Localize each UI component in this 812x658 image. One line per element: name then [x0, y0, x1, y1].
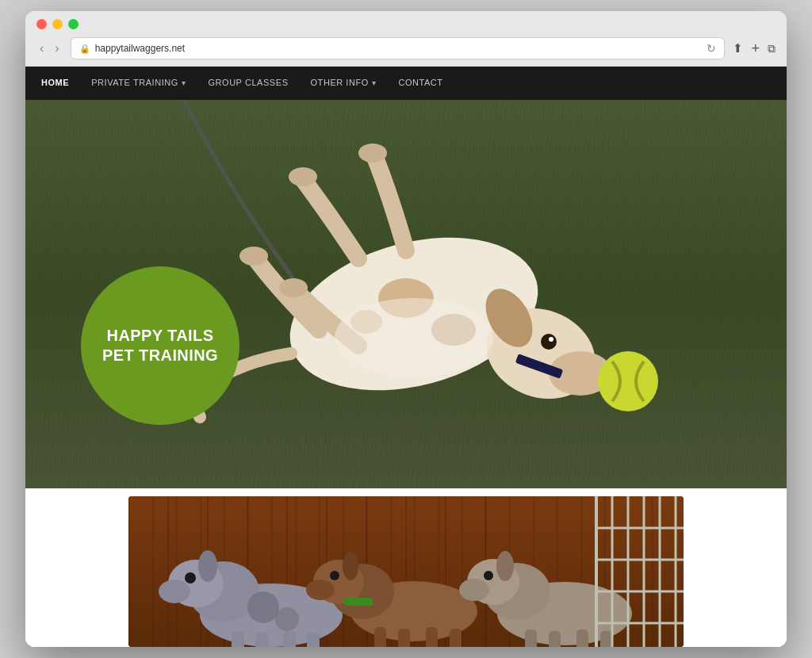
svg-rect-56 — [576, 629, 588, 647]
svg-rect-43 — [344, 598, 373, 606]
toolbar-actions: ⬆ + ⧉ — [733, 40, 776, 57]
svg-point-32 — [275, 607, 299, 631]
svg-rect-34 — [255, 633, 268, 647]
svg-point-52 — [484, 571, 493, 580]
svg-point-10 — [239, 247, 268, 266]
svg-point-9 — [358, 143, 387, 163]
svg-point-28 — [159, 580, 190, 603]
svg-point-30 — [198, 550, 217, 582]
chevron-down-icon: ▾ — [372, 78, 377, 87]
browser-toolbar: ‹ › 🔒 happytailwaggers.net ↻ ⬆ + ⧉ — [36, 37, 776, 66]
browser-chrome: ‹ › 🔒 happytailwaggers.net ↻ ⬆ + ⧉ — [25, 11, 787, 67]
nav-item-other-info[interactable]: OTHER INFO ▾ — [311, 67, 377, 100]
svg-point-29 — [185, 572, 196, 583]
dogs-illustration — [128, 496, 684, 647]
close-button[interactable] — [36, 19, 47, 29]
svg-rect-47 — [450, 629, 462, 647]
new-tab-button[interactable]: + — [751, 40, 760, 57]
svg-point-42 — [343, 552, 358, 580]
svg-rect-55 — [549, 631, 561, 647]
svg-point-51 — [459, 579, 489, 601]
chevron-down-icon: ▾ — [182, 78, 186, 87]
share-button[interactable]: ⬆ — [733, 41, 743, 55]
nav-buttons: ‹ › — [36, 40, 63, 57]
hero-badge-text-line1: HAPPY TAILS — [107, 326, 214, 346]
hero-badge: HAPPY TAILS PET TRAINING — [81, 266, 239, 425]
svg-point-4 — [549, 337, 553, 342]
nav-item-private-training[interactable]: PRIVATE TRAINING ▾ — [91, 67, 186, 100]
svg-point-8 — [289, 167, 317, 186]
hero-image: HAPPY TAILS PET TRAINING — [25, 100, 787, 488]
svg-point-15 — [335, 298, 493, 377]
url-text: happytailwaggers.net — [95, 43, 185, 54]
reload-button[interactable]: ↻ — [707, 42, 716, 55]
windows-button[interactable]: ⧉ — [768, 42, 776, 55]
svg-rect-45 — [398, 629, 410, 647]
svg-point-3 — [541, 334, 557, 350]
site-nav: HOME PRIVATE TRAINING ▾ GROUP CLASSES OT… — [25, 67, 787, 100]
forward-button[interactable]: › — [52, 40, 62, 57]
lock-icon: 🔒 — [79, 44, 90, 54]
svg-point-11 — [279, 278, 308, 297]
svg-point-53 — [496, 551, 514, 581]
hero-badge-text-line2: PET TRAINING — [102, 346, 218, 365]
nav-item-home[interactable]: HOME — [41, 67, 69, 100]
hero-section: HAPPY TAILS PET TRAINING — [25, 100, 787, 488]
svg-rect-57 — [600, 631, 612, 647]
svg-rect-46 — [426, 627, 438, 647]
minimize-button[interactable] — [52, 19, 63, 29]
website-content: HOME PRIVATE TRAINING ▾ GROUP CLASSES OT… — [25, 67, 787, 647]
browser-window: ‹ › 🔒 happytailwaggers.net ↻ ⬆ + ⧉ HOME … — [25, 11, 787, 647]
svg-rect-54 — [525, 629, 537, 647]
bottom-section — [25, 488, 787, 647]
back-button[interactable]: ‹ — [36, 40, 47, 57]
svg-rect-44 — [374, 627, 386, 647]
nav-item-group-classes[interactable]: GROUP CLASSES — [208, 67, 288, 100]
svg-rect-35 — [283, 631, 296, 647]
svg-point-41 — [330, 571, 339, 580]
maximize-button[interactable] — [68, 19, 79, 29]
svg-point-31 — [247, 591, 279, 623]
svg-rect-33 — [232, 631, 244, 647]
svg-point-40 — [306, 580, 335, 600]
nav-item-contact[interactable]: CONTACT — [398, 67, 442, 100]
traffic-lights — [36, 19, 776, 29]
svg-rect-36 — [307, 633, 320, 647]
address-bar[interactable]: 🔒 happytailwaggers.net ↻ — [71, 37, 726, 59]
svg-point-7 — [598, 351, 658, 411]
dogs-image — [128, 496, 684, 647]
